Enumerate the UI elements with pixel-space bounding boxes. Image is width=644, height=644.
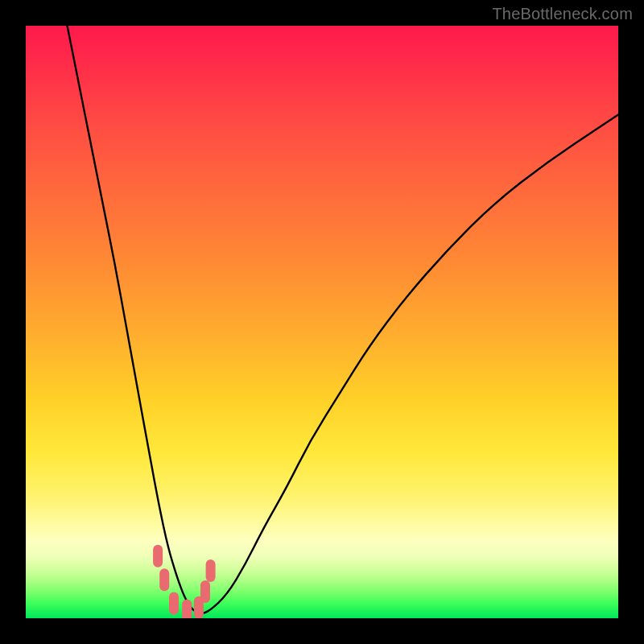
marker-pill [169,592,179,615]
marker-pill [206,559,216,582]
marker-pill [182,599,192,618]
curve-layer [26,26,618,618]
marker-pill [200,580,210,603]
chart-frame: TheBottleneck.com [0,0,644,644]
marker-pill [159,568,169,591]
marker-pill [153,545,163,568]
marker-band [153,545,216,618]
bottleneck-curve [68,26,619,613]
plot-area [26,26,618,618]
watermark-text: TheBottleneck.com [492,5,633,23]
